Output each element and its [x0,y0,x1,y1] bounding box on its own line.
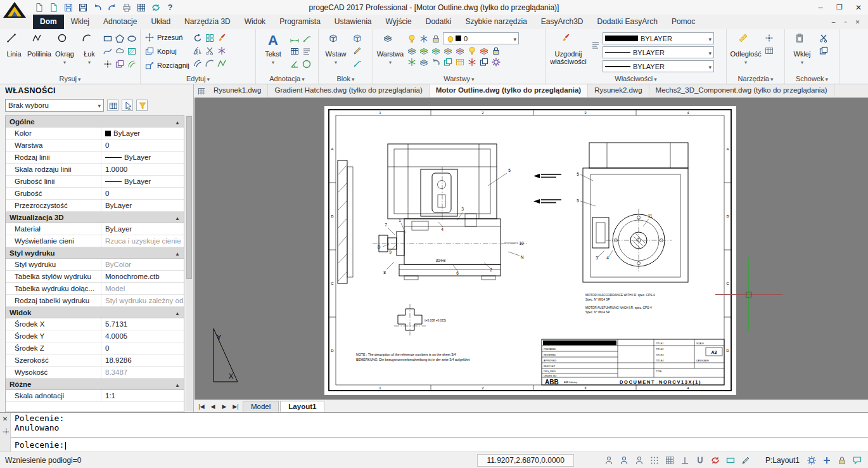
create-block-icon[interactable] [352,33,362,43]
tab-szybkie-narzedzia[interactable]: Szybkie narzędzia [458,15,533,29]
tab-dodatki-easyarch[interactable]: Dodatki EasyArch [590,15,665,29]
collapse-icon[interactable] [175,249,180,257]
progecad-logo[interactable] [2,1,29,19]
distance-button[interactable]: Odległość [729,31,762,67]
paper-sheet[interactable]: 1 2 3 4 1 2 3 4 A B C D A B C D [324,106,736,395]
region-icon[interactable] [115,59,125,69]
id-point-icon[interactable] [764,33,774,43]
save-as-icon[interactable] [77,1,89,13]
offset-icon[interactable] [193,58,203,68]
prop-value[interactable]: Styl wydruku zależny od... [101,295,184,306]
previous-layout-button[interactable] [207,403,219,410]
layer-thaw-icon[interactable] [407,57,417,67]
prop-value[interactable]: 0 [101,188,184,199]
prop-value[interactable]: 4.0005 [101,330,184,342]
prop-value[interactable]: Model [101,283,184,294]
mtext-icon[interactable] [302,46,312,56]
panel-label-layers[interactable]: Warstwy [373,75,545,84]
print-icon[interactable] [120,1,132,13]
array-icon[interactable] [205,33,215,43]
layer-select[interactable]: 0 [443,32,519,44]
pin-icon[interactable] [1,427,9,434]
properties-table-icon[interactable] [107,100,118,111]
esnap-icon[interactable] [603,455,615,466]
text-button[interactable]: ATekst [258,31,288,67]
annotation-edit-icon[interactable] [740,455,751,466]
prop-value[interactable]: ByColor [101,259,184,270]
tab-pomoc[interactable]: Pomoc [665,15,702,29]
layer-states-icon[interactable] [455,57,465,67]
prop-value[interactable]: 0 [101,342,184,354]
match-properties-button[interactable]: Uzgodnij właściwości [548,31,589,65]
layer-copy-objects-icon[interactable] [479,57,489,67]
layer-current-icon[interactable] [419,57,429,67]
lock-ui-icon[interactable] [836,455,848,466]
panel-label-clipboard[interactable]: Schowek [785,75,839,84]
lineweight-select[interactable]: BYLAYER [603,60,714,72]
tab-uklad[interactable]: Układ [144,15,177,29]
layer-off-icon[interactable] [467,46,477,56]
panel-label-properties[interactable]: Właściwości [546,75,726,84]
collapse-icon[interactable] [175,214,180,221]
linetype-select[interactable]: BYLAYER [603,46,714,58]
prop-value[interactable]: 18.9286 [101,354,184,366]
tab-programista[interactable]: Programista [272,15,328,29]
snap-icon[interactable] [649,455,660,466]
layer-vp-freeze-icon[interactable] [467,57,477,67]
properties-scrollbar[interactable] [186,115,193,411]
regen-icon[interactable] [150,1,162,13]
tab-adnotacje[interactable]: Adnotacje [96,15,144,29]
panel-label-block[interactable]: Blok [319,75,373,84]
command-prompt[interactable]: Polecenie: [15,440,864,450]
tab-narzedzia-3d[interactable]: Narzędzia 3D [177,15,238,29]
layer-unisolate-icon[interactable] [419,46,429,56]
layer-freeze-tool-icon[interactable] [455,46,465,56]
panel-label-annotation[interactable]: Adnotacja [256,75,318,84]
layer-lock-tool-icon[interactable] [491,46,501,56]
layer-freeze-icon[interactable] [419,34,429,44]
save-icon[interactable] [62,1,74,13]
prop-value[interactable]: 1.0000 [101,164,184,175]
tab-wklej[interactable]: Wklej [64,15,96,29]
join-icon[interactable] [217,58,227,68]
panel-label-tools[interactable]: Narzędzia [727,75,784,84]
tab-model[interactable]: Model [243,401,279,412]
radius-dimension-icon[interactable] [302,59,312,69]
section-view[interactable]: Widok [6,307,184,318]
ortho-icon[interactable] [679,455,691,466]
section-misc[interactable]: Różne [6,379,184,390]
stretch-button[interactable]: Rozciągnij [143,59,191,72]
tab-wyjscie[interactable]: Wyjście [379,15,419,29]
layer-walk-icon[interactable] [443,46,453,56]
coordinates-readout[interactable]: 11.9207,2.6870,0.0000 [477,454,574,467]
settings-gear-icon[interactable] [806,455,817,466]
maximize-button[interactable] [830,1,849,15]
print-preview-icon[interactable] [135,1,147,13]
close-command-icon[interactable] [3,414,8,423]
tab-layout1[interactable]: Layout1 [280,401,324,412]
section-general[interactable]: Ogólne [6,116,184,127]
leader-icon[interactable] [302,34,312,44]
rectangle-icon[interactable] [103,34,113,44]
layer-match-icon[interactable] [431,46,441,56]
polygon-icon[interactable] [115,34,125,44]
layer-previous-icon[interactable] [431,57,441,67]
fillet-icon[interactable] [205,58,215,68]
selection-dropdown[interactable]: Brak wyboru [5,99,104,112]
polyline-button[interactable]: Polilinia [27,31,51,58]
open-file-icon[interactable] [48,1,60,13]
explode-icon[interactable] [217,46,227,56]
close-button[interactable] [849,1,868,15]
prop-value[interactable]: ByLayer [101,152,184,163]
doc-tab-rysunek1[interactable]: Rysunek1.dwg [207,84,268,97]
last-layout-button[interactable] [230,403,241,410]
help-icon[interactable]: ? [164,1,176,13]
etrack-icon[interactable] [618,455,630,466]
prop-value[interactable]: 0 [101,140,184,151]
move-button[interactable]: Przesuń [143,31,191,44]
command-text-area[interactable]: Polecenie: Anulowano Polecenie: [11,413,868,452]
tab-dodatki[interactable]: Dodatki [419,15,459,29]
spline-icon[interactable] [103,46,113,56]
layer-on-icon[interactable] [407,34,417,44]
section-3d-visualization[interactable]: Wizualizacja 3D [6,212,184,223]
